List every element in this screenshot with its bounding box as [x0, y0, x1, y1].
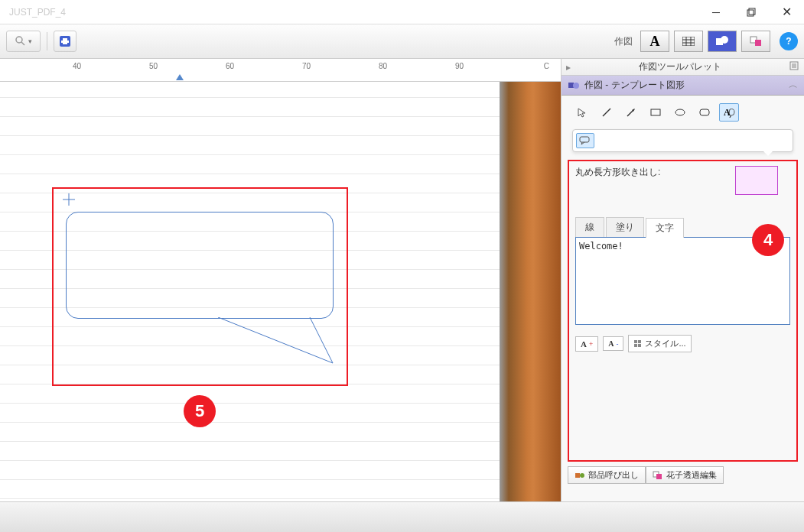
ruler-tick: 70 — [302, 62, 311, 70]
rounded-callout-option[interactable] — [576, 133, 594, 148]
collapse-icon[interactable]: ︿ — [789, 79, 798, 92]
annotation-badge-4: 4 — [752, 224, 784, 256]
window-title: JUST_PDF_4 — [9, 7, 66, 18]
zoom-dropdown[interactable]: ▾ — [6, 31, 41, 52]
horizontal-ruler: 40 50 60 70 80 90 C — [0, 59, 561, 82]
ruler-tick: 90 — [455, 62, 464, 70]
minimize-button[interactable]: ─ — [698, 0, 734, 24]
shape-preview-swatch[interactable] — [735, 166, 778, 195]
svg-point-35 — [580, 473, 584, 478]
arrow-tool[interactable] — [621, 103, 641, 122]
svg-point-21 — [573, 83, 579, 89]
ruler-tick: 60 — [226, 62, 234, 70]
rect-tool[interactable] — [646, 103, 666, 122]
tab-fill[interactable]: 塗り — [606, 217, 644, 237]
svg-rect-13 — [755, 40, 761, 46]
svg-rect-29 — [580, 137, 589, 142]
grid-tool-tab[interactable] — [674, 31, 703, 52]
ruler-tick: 40 — [73, 62, 81, 70]
hanako-tool-tab[interactable] — [741, 31, 770, 52]
select-tool[interactable] — [572, 103, 592, 122]
text-tool-tab[interactable]: A — [640, 31, 669, 52]
text-controls: A+ A- スタイル... — [575, 335, 790, 352]
parts-tab[interactable]: 部品呼び出し — [568, 466, 646, 484]
shape-name-label: 丸め長方形吹き出し: — [575, 166, 660, 179]
drawing-palette: ▸ 作図ツールパレット 作図 - テンプレート図形 ︿ A 丸め長方 — [561, 59, 804, 501]
style-icon — [633, 339, 643, 349]
svg-rect-0 — [747, 10, 754, 16]
separator — [47, 32, 47, 50]
close-button[interactable]: ✕ — [769, 0, 804, 24]
hanako-tab[interactable]: 花子透過編集 — [646, 466, 724, 484]
svg-rect-32 — [634, 344, 637, 347]
shapes-icon — [568, 79, 580, 92]
rounded-rect-tool[interactable] — [695, 103, 714, 122]
shape-tools-row: A — [561, 96, 804, 129]
section-title: 作図 - テンプレート図形 — [584, 79, 685, 92]
svg-rect-27 — [700, 109, 709, 115]
hanako-icon — [653, 471, 663, 480]
callout-tool[interactable]: A — [719, 103, 739, 122]
line-tool[interactable] — [597, 103, 617, 122]
palette-title: 作図ツールパレット — [571, 60, 789, 73]
svg-point-2 — [16, 37, 22, 43]
speech-bubble-shape[interactable] — [66, 212, 334, 319]
svg-line-22 — [603, 109, 610, 116]
page-margin-decoration — [500, 82, 561, 501]
svg-line-3 — [21, 42, 24, 45]
statusbar — [0, 501, 804, 532]
palette-header: ▸ 作図ツールパレット — [561, 59, 804, 76]
section-header[interactable]: 作図 - テンプレート図形 ︿ — [561, 76, 804, 96]
titlebar: JUST_PDF_4 ─ ✕ — [0, 0, 804, 24]
template-properties-panel: 丸め長方形吹き出し: 線 塗り 文字 A+ A- スタイル... — [568, 160, 798, 462]
svg-rect-5 — [682, 37, 695, 46]
maximize-button[interactable] — [734, 0, 769, 24]
palette-bottom-tabs: 部品呼び出し 花子透過編集 — [568, 466, 798, 484]
style-button[interactable]: スタイル... — [628, 335, 691, 352]
svg-text:A: A — [724, 107, 731, 118]
font-larger-button[interactable]: A+ — [575, 336, 598, 352]
ruler-cursor-icon — [176, 74, 184, 80]
svg-rect-34 — [575, 473, 580, 478]
annotation-badge-5: 5 — [184, 395, 216, 427]
font-smaller-button[interactable]: A- — [603, 336, 623, 351]
ruler-tick: 50 — [149, 62, 158, 70]
svg-rect-30 — [634, 340, 637, 343]
svg-point-11 — [721, 36, 728, 44]
ruler-tick: 80 — [379, 62, 387, 70]
tab-text[interactable]: 文字 — [646, 218, 684, 238]
tab-line[interactable]: 線 — [575, 217, 604, 237]
plugin-button[interactable] — [54, 31, 76, 52]
svg-rect-20 — [568, 83, 574, 88]
ellipse-tool[interactable] — [670, 103, 690, 122]
help-button[interactable]: ? — [780, 32, 798, 50]
svg-rect-33 — [638, 344, 641, 347]
svg-rect-31 — [638, 340, 641, 343]
callout-shape-popup — [572, 129, 793, 152]
main-area: 40 50 60 70 80 90 C — [0, 59, 804, 501]
window-controls: ─ ✕ — [698, 0, 804, 24]
main-toolbar: ▾ 作図 A ? — [0, 24, 804, 59]
svg-rect-37 — [656, 474, 662, 479]
palette-menu-icon[interactable] — [789, 60, 799, 73]
parts-icon — [575, 471, 585, 480]
canvas-area[interactable]: 40 50 60 70 80 90 C — [0, 59, 561, 501]
svg-rect-1 — [749, 8, 755, 15]
ruler-edge-label: C — [544, 62, 549, 70]
svg-point-26 — [675, 109, 685, 115]
drawing-label: 作図 — [614, 35, 633, 48]
toolbar-right: 作図 A ? — [614, 31, 798, 52]
crosshair-cursor-icon — [63, 193, 75, 206]
svg-rect-25 — [651, 109, 660, 115]
shape-tool-tab[interactable] — [708, 31, 737, 52]
speech-bubble-tail — [218, 317, 340, 371]
